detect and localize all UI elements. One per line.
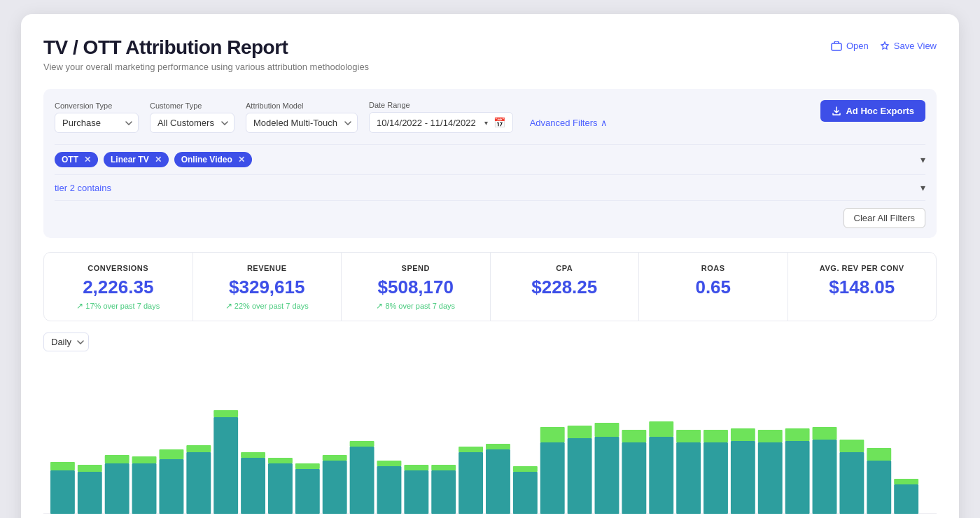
clear-row: Clear All Filters (55, 200, 925, 238)
advanced-filters-button[interactable]: Advanced Filters ∧ (530, 118, 608, 133)
metric-spend-value: $508,170 (350, 276, 482, 298)
header-left: TV / OTT Attribution Report View your ov… (43, 36, 369, 72)
svg-rect-12 (186, 452, 211, 514)
svg-rect-39 (540, 427, 565, 442)
svg-rect-2 (50, 470, 75, 514)
header-right: Open Save View (831, 41, 937, 51)
metric-cpa-label: CPA (499, 264, 631, 272)
customer-type-group: Customer Type All Customers (150, 102, 234, 133)
customer-type-select[interactable]: All Customers (150, 113, 234, 133)
svg-rect-49 (676, 430, 701, 442)
tag-linear-tv-label: Linear TV (111, 155, 149, 164)
filters-bar: Conversion Type Purchase Customer Type A… (43, 89, 937, 238)
svg-rect-48 (676, 442, 701, 514)
svg-rect-63 (867, 448, 891, 461)
svg-rect-60 (839, 452, 864, 514)
main-card: TV / OTT Attribution Report View your ov… (21, 14, 959, 518)
svg-rect-43 (595, 423, 620, 437)
metric-spend-change: ↗ 8% over past 7 days (350, 301, 482, 311)
advanced-filter-text: tier 2 contains (55, 183, 111, 193)
svg-rect-22 (323, 461, 347, 514)
svg-rect-19 (268, 458, 293, 463)
svg-rect-65 (894, 479, 918, 484)
save-view-button[interactable]: Save View (880, 41, 937, 51)
svg-rect-47 (649, 421, 673, 437)
tags-chevron-icon[interactable]: ▾ (920, 154, 925, 165)
svg-rect-31 (431, 465, 456, 470)
svg-rect-32 (458, 452, 483, 514)
svg-rect-56 (785, 441, 810, 514)
metric-conversions-change: ↗ 17% over past 7 days (52, 301, 184, 311)
customer-type-label: Customer Type (150, 102, 234, 110)
tag-ott[interactable]: OTT ✕ (55, 152, 98, 167)
svg-rect-17 (241, 452, 265, 458)
svg-rect-35 (486, 444, 510, 449)
svg-rect-29 (404, 465, 428, 470)
svg-rect-16 (241, 458, 265, 514)
svg-rect-14 (214, 417, 238, 514)
tag-online-video-label: Online Video (181, 155, 232, 164)
svg-rect-9 (132, 456, 157, 463)
advanced-chevron-icon: ∧ (601, 118, 608, 128)
date-range-button[interactable]: 10/14/2022 - 11/14/2022 ▾ 📅 (369, 112, 513, 133)
filters-row: Conversion Type Purchase Customer Type A… (55, 100, 925, 144)
svg-rect-27 (377, 461, 402, 466)
metric-avg-rev-value: $148.05 (797, 276, 928, 298)
granularity-select[interactable]: Daily (43, 332, 89, 351)
calendar-icon: 📅 (493, 117, 505, 128)
metric-revenue-change: ↗ 22% over past 7 days (202, 301, 333, 311)
adv-filter-chevron-icon[interactable]: ▾ (920, 182, 925, 193)
attribution-model-select[interactable]: Modeled Multi-Touch (246, 113, 358, 133)
chart-controls: Daily (43, 332, 937, 351)
clear-all-filters-button[interactable]: Clear All Filters (844, 208, 925, 228)
tag-online-video-remove[interactable]: ✕ (238, 155, 245, 164)
svg-rect-46 (649, 437, 673, 514)
chart-area: OCT1516171819202122232425262728293031NOV… (43, 360, 937, 518)
metric-avg-rev: AVG. REV PER CONV $148.05 (788, 253, 937, 321)
date-range-label: Date Range (369, 101, 513, 109)
metric-revenue-change-text: 22% over past 7 days (234, 302, 309, 310)
svg-rect-34 (486, 449, 510, 514)
svg-rect-53 (731, 428, 755, 441)
svg-rect-50 (704, 442, 728, 514)
open-button[interactable]: Open (831, 41, 869, 51)
attribution-model-label: Attribution Model (246, 102, 358, 110)
metric-conversions-value: 2,226.35 (52, 276, 184, 298)
svg-rect-41 (568, 426, 592, 438)
metric-revenue-label: REVENUE (202, 264, 333, 272)
adhoc-exports-button[interactable]: Ad Hoc Exports (820, 100, 925, 122)
header: TV / OTT Attribution Report View your ov… (43, 36, 937, 72)
metric-cpa: CPA $228.25 (491, 253, 640, 321)
trend-up-icon: ↗ (76, 301, 83, 311)
open-icon (831, 41, 842, 51)
svg-rect-18 (268, 463, 293, 514)
metric-revenue-value: $329,615 (202, 276, 333, 298)
metric-revenue: REVENUE $329,615 ↗ 22% over past 7 days (193, 253, 342, 321)
tags-row: OTT ✕ Linear TV ✕ Online Video ✕ ▾ (55, 144, 925, 174)
tag-linear-tv-remove[interactable]: ✕ (155, 155, 162, 164)
conversion-type-label: Conversion Type (55, 102, 139, 110)
export-icon (832, 106, 841, 116)
metric-cpa-value: $228.25 (499, 276, 631, 298)
tag-ott-remove[interactable]: ✕ (84, 155, 91, 164)
tag-linear-tv[interactable]: Linear TV ✕ (104, 152, 169, 167)
metric-roas-label: ROAS (648, 264, 779, 272)
conversion-type-select[interactable]: Purchase (55, 113, 139, 133)
page-subtitle: View your overall marketing performance … (43, 62, 369, 72)
trend-up-icon-3: ↗ (376, 301, 383, 311)
svg-rect-3 (50, 462, 75, 470)
svg-rect-7 (105, 455, 130, 463)
trend-up-icon-2: ↗ (225, 301, 232, 311)
svg-rect-57 (785, 428, 810, 441)
page-title: TV / OTT Attribution Report (43, 36, 369, 59)
svg-rect-13 (186, 445, 211, 452)
conversion-type-group: Conversion Type Purchase (55, 102, 139, 133)
svg-rect-24 (350, 447, 374, 514)
svg-rect-26 (377, 466, 402, 514)
tag-online-video[interactable]: Online Video ✕ (174, 152, 252, 167)
svg-rect-10 (159, 459, 183, 514)
svg-rect-59 (813, 427, 837, 440)
svg-rect-44 (622, 442, 646, 514)
svg-rect-11 (159, 449, 183, 459)
bar-chart-svg (43, 360, 937, 514)
